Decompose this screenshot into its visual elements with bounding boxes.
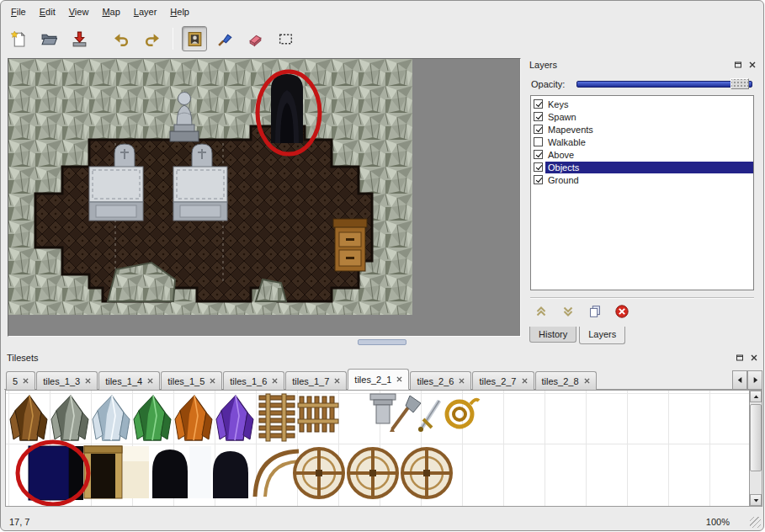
menu-layer[interactable]: Layer	[127, 4, 164, 19]
float-button[interactable]	[732, 60, 744, 71]
tab-close-icon[interactable]	[396, 376, 402, 382]
opacity-slider-handle[interactable]	[730, 78, 749, 89]
map-canvas[interactable]	[8, 58, 521, 337]
layer-list: Keys Spawn Mapevents Walkable Above Obje…	[530, 95, 754, 290]
brush-tool-icon	[216, 30, 234, 48]
layer-row[interactable]: Above	[531, 148, 753, 161]
scroll-tabs-left-button[interactable]	[732, 370, 747, 390]
cream-tile-highlight	[123, 446, 149, 461]
tab-close-icon[interactable]	[584, 378, 590, 384]
scrollbar-thumb[interactable]	[750, 404, 762, 471]
select-tool-button[interactable]	[273, 26, 298, 51]
menu-file[interactable]: File	[4, 4, 33, 19]
tileset-drawing	[6, 391, 750, 507]
float-button[interactable]	[734, 353, 746, 364]
menu-edit[interactable]: Edit	[33, 4, 62, 19]
tab-close-icon[interactable]	[459, 378, 465, 384]
tileset-tab[interactable]: tiles_2_7	[472, 371, 534, 390]
copy-icon	[587, 304, 603, 319]
layer-visibility-checkbox[interactable]	[534, 99, 543, 109]
horizontal-splitter[interactable]	[8, 338, 521, 346]
delete-layer-button[interactable]	[613, 302, 631, 321]
tileset-tab[interactable]: tiles_2_8	[535, 371, 597, 390]
close-icon	[748, 61, 757, 69]
menu-view[interactable]: View	[62, 4, 96, 19]
layer-visibility-checkbox[interactable]	[534, 112, 543, 121]
tab-close-icon[interactable]	[334, 378, 340, 384]
tab-close-icon[interactable]	[272, 378, 278, 384]
tileset-tab[interactable]: tiles_1_3	[36, 371, 98, 390]
splitter-handle[interactable]	[358, 339, 406, 345]
tileset-tab-label: tiles_1_6	[230, 376, 267, 386]
eraser-tool-button[interactable]	[242, 26, 268, 51]
layer-row[interactable]: Ground	[531, 173, 753, 186]
layer-visibility-checkbox[interactable]	[534, 175, 543, 184]
arrow-down-icon	[753, 497, 759, 503]
track-tile-horizontal	[298, 396, 338, 432]
layer-row[interactable]: Spawn	[531, 110, 753, 123]
tab-close-icon[interactable]	[522, 378, 528, 384]
move-layer-down-button[interactable]	[559, 302, 577, 321]
resize-grip[interactable]	[750, 517, 761, 528]
tab-close-icon[interactable]	[85, 378, 91, 384]
save-button[interactable]	[66, 26, 92, 51]
tileset-tab[interactable]: tiles_1_4	[98, 371, 160, 390]
float-icon	[736, 354, 744, 362]
close-button[interactable]	[748, 353, 760, 364]
tab-layers[interactable]: Layers	[579, 327, 625, 344]
layer-visibility-checkbox[interactable]	[534, 137, 543, 146]
select-tool-icon	[277, 30, 295, 48]
cabinet	[333, 219, 367, 271]
tileset-tab-label: tiles_2_7	[479, 376, 516, 386]
tileset-tab[interactable]: tiles_1_6	[223, 371, 284, 390]
undo-button[interactable]	[109, 26, 134, 51]
tab-close-icon[interactable]	[23, 378, 29, 384]
tileset-tab[interactable]: 5	[6, 371, 35, 390]
layer-row[interactable]: Walkable	[531, 136, 753, 148]
tileset-tab[interactable]: tiles_2_6	[410, 371, 471, 390]
turntable-tile	[402, 449, 451, 497]
scroll-down-button[interactable]	[750, 494, 762, 506]
close-button[interactable]	[746, 60, 758, 71]
tileset-vertical-scrollbar[interactable]	[749, 390, 762, 507]
redo-button[interactable]	[139, 26, 164, 51]
stamp-tool-button[interactable]	[182, 26, 207, 51]
tab-close-icon[interactable]	[147, 378, 153, 384]
layer-visibility-checkbox[interactable]	[534, 162, 543, 172]
brush-tool-button[interactable]	[212, 26, 237, 51]
opacity-slider[interactable]	[576, 77, 754, 90]
scroll-tabs-right-button[interactable]	[747, 370, 762, 390]
dock-tab-bar: History Layers	[529, 327, 628, 344]
layers-panel-titlebar: Layers	[529, 58, 758, 72]
open-button[interactable]	[36, 26, 61, 51]
menu-help[interactable]: Help	[163, 4, 196, 19]
layer-row[interactable]: Mapevents	[531, 123, 753, 136]
tab-history[interactable]: History	[529, 327, 576, 343]
new-file-button[interactable]	[6, 26, 31, 51]
layer-row[interactable]: Objects	[531, 161, 753, 173]
tileset-tab-label: tiles_1_4	[105, 376, 142, 386]
layer-visibility-checkbox[interactable]	[534, 150, 543, 159]
stamp-tool-icon	[186, 30, 204, 48]
tileset-tab[interactable]: tiles_2_1	[348, 369, 409, 390]
layer-name: Keys	[545, 98, 753, 110]
tileset-tab-label: tiles_1_3	[43, 376, 80, 386]
layer-row[interactable]: Keys	[531, 98, 753, 110]
tileset-tab-label: tiles_2_8	[542, 376, 579, 386]
navy-tile-selected	[29, 446, 69, 500]
tileset-tab[interactable]: tiles_1_5	[161, 371, 222, 390]
tab-close-icon[interactable]	[210, 378, 215, 384]
redo-icon	[143, 30, 161, 48]
scroll-up-button[interactable]	[750, 391, 762, 402]
tileset-tab[interactable]: tiles_1_7	[285, 371, 347, 390]
app-window: File Edit View Map Layer Help	[0, 0, 764, 531]
scrollbar-track[interactable]	[750, 402, 762, 494]
layer-name: Walkable	[545, 136, 753, 148]
layer-name: Spawn	[545, 111, 753, 123]
menu-map[interactable]: Map	[95, 4, 126, 19]
move-layer-up-button[interactable]	[532, 302, 550, 321]
duplicate-layer-button[interactable]	[586, 302, 604, 321]
layer-visibility-checkbox[interactable]	[534, 125, 543, 134]
layer-name: Ground	[545, 174, 753, 186]
tileset-canvas[interactable]	[5, 390, 750, 507]
